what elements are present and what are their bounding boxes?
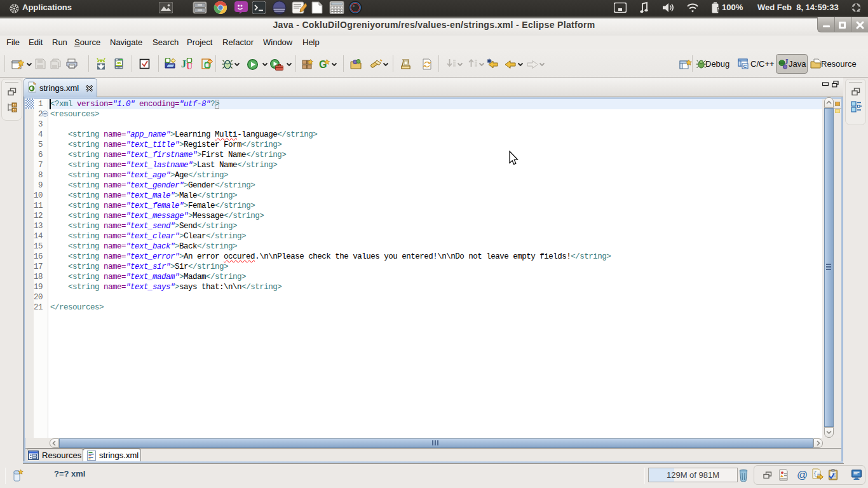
svg-text:U: U (186, 62, 193, 70)
svg-text:C: C (743, 64, 747, 69)
svg-text:J: J (181, 58, 186, 69)
svg-text:J: J (785, 57, 789, 66)
svg-text:G: G (319, 59, 327, 70)
